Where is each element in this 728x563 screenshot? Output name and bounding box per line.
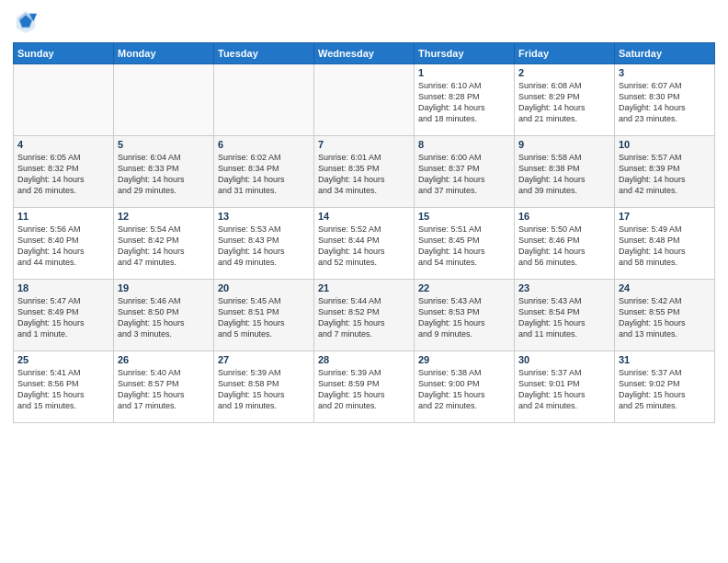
calendar-cell: 5Sunrise: 6:04 AM Sunset: 8:33 PM Daylig… bbox=[114, 136, 214, 208]
day-info: Sunrise: 5:54 AM Sunset: 8:42 PM Dayligh… bbox=[118, 224, 210, 269]
day-info: Sunrise: 5:39 AM Sunset: 8:58 PM Dayligh… bbox=[218, 367, 310, 412]
calendar-table: SundayMondayTuesdayWednesdayThursdayFrid… bbox=[13, 42, 715, 423]
day-info: Sunrise: 6:07 AM Sunset: 8:30 PM Dayligh… bbox=[619, 80, 711, 125]
day-info: Sunrise: 5:40 AM Sunset: 8:57 PM Dayligh… bbox=[118, 367, 210, 412]
day-info: Sunrise: 5:56 AM Sunset: 8:40 PM Dayligh… bbox=[17, 224, 109, 269]
day-info: Sunrise: 6:04 AM Sunset: 8:33 PM Dayligh… bbox=[118, 152, 210, 197]
day-number: 6 bbox=[218, 139, 310, 150]
calendar-cell: 17Sunrise: 5:49 AM Sunset: 8:48 PM Dayli… bbox=[615, 208, 715, 280]
day-info: Sunrise: 5:52 AM Sunset: 8:44 PM Dayligh… bbox=[318, 224, 410, 269]
day-number: 10 bbox=[619, 139, 711, 150]
day-info: Sunrise: 5:38 AM Sunset: 9:00 PM Dayligh… bbox=[418, 367, 510, 412]
calendar-cell: 31Sunrise: 5:37 AM Sunset: 9:02 PM Dayli… bbox=[615, 351, 715, 423]
day-info: Sunrise: 5:49 AM Sunset: 8:48 PM Dayligh… bbox=[619, 224, 711, 269]
week-row-4: 18Sunrise: 5:47 AM Sunset: 8:49 PM Dayli… bbox=[14, 280, 715, 351]
calendar-cell: 2Sunrise: 6:08 AM Sunset: 8:29 PM Daylig… bbox=[515, 64, 615, 136]
day-info: Sunrise: 5:47 AM Sunset: 8:49 PM Dayligh… bbox=[17, 295, 109, 340]
day-info: Sunrise: 5:57 AM Sunset: 8:39 PM Dayligh… bbox=[619, 152, 711, 197]
day-info: Sunrise: 5:53 AM Sunset: 8:43 PM Dayligh… bbox=[218, 224, 310, 269]
weekday-header-wednesday: Wednesday bbox=[314, 43, 415, 64]
day-number: 11 bbox=[17, 211, 109, 222]
calendar-cell: 1Sunrise: 6:10 AM Sunset: 8:28 PM Daylig… bbox=[415, 64, 515, 136]
calendar-cell: 25Sunrise: 5:41 AM Sunset: 8:56 PM Dayli… bbox=[14, 351, 114, 423]
day-number: 7 bbox=[318, 139, 410, 150]
day-number: 19 bbox=[118, 282, 210, 293]
day-info: Sunrise: 5:37 AM Sunset: 9:02 PM Dayligh… bbox=[619, 367, 711, 412]
page-container: SundayMondayTuesdayWednesdayThursdayFrid… bbox=[0, 0, 728, 431]
calendar-cell: 27Sunrise: 5:39 AM Sunset: 8:58 PM Dayli… bbox=[214, 351, 314, 423]
calendar-cell: 6Sunrise: 6:02 AM Sunset: 8:34 PM Daylig… bbox=[214, 136, 314, 208]
calendar-cell: 20Sunrise: 5:45 AM Sunset: 8:51 PM Dayli… bbox=[214, 280, 314, 351]
day-number: 26 bbox=[118, 354, 210, 365]
day-info: Sunrise: 5:43 AM Sunset: 8:54 PM Dayligh… bbox=[518, 295, 610, 340]
day-info: Sunrise: 5:37 AM Sunset: 9:01 PM Dayligh… bbox=[518, 367, 610, 412]
calendar-cell: 26Sunrise: 5:40 AM Sunset: 8:57 PM Dayli… bbox=[114, 351, 214, 423]
day-number: 30 bbox=[518, 354, 610, 365]
day-number: 4 bbox=[17, 139, 109, 150]
calendar-cell: 14Sunrise: 5:52 AM Sunset: 8:44 PM Dayli… bbox=[314, 208, 415, 280]
calendar-cell bbox=[314, 64, 415, 136]
week-row-2: 4Sunrise: 6:05 AM Sunset: 8:32 PM Daylig… bbox=[14, 136, 715, 208]
day-info: Sunrise: 6:01 AM Sunset: 8:35 PM Dayligh… bbox=[318, 152, 410, 197]
day-info: Sunrise: 5:46 AM Sunset: 8:50 PM Dayligh… bbox=[118, 295, 210, 340]
weekday-header-monday: Monday bbox=[114, 43, 214, 64]
day-info: Sunrise: 5:42 AM Sunset: 8:55 PM Dayligh… bbox=[619, 295, 711, 340]
day-number: 29 bbox=[418, 354, 510, 365]
calendar-cell: 23Sunrise: 5:43 AM Sunset: 8:54 PM Dayli… bbox=[515, 280, 615, 351]
calendar-cell: 19Sunrise: 5:46 AM Sunset: 8:50 PM Dayli… bbox=[114, 280, 214, 351]
calendar-cell: 9Sunrise: 5:58 AM Sunset: 8:38 PM Daylig… bbox=[515, 136, 615, 208]
day-number: 12 bbox=[118, 211, 210, 222]
weekday-header-row: SundayMondayTuesdayWednesdayThursdayFrid… bbox=[14, 43, 715, 64]
header bbox=[13, 9, 715, 35]
day-number: 15 bbox=[418, 211, 510, 222]
day-info: Sunrise: 5:45 AM Sunset: 8:51 PM Dayligh… bbox=[218, 295, 310, 340]
calendar-cell: 8Sunrise: 6:00 AM Sunset: 8:37 PM Daylig… bbox=[415, 136, 515, 208]
weekday-header-thursday: Thursday bbox=[415, 43, 515, 64]
calendar-cell: 16Sunrise: 5:50 AM Sunset: 8:46 PM Dayli… bbox=[515, 208, 615, 280]
week-row-3: 11Sunrise: 5:56 AM Sunset: 8:40 PM Dayli… bbox=[14, 208, 715, 280]
calendar-body: 1Sunrise: 6:10 AM Sunset: 8:28 PM Daylig… bbox=[14, 64, 715, 423]
calendar-cell: 22Sunrise: 5:43 AM Sunset: 8:53 PM Dayli… bbox=[415, 280, 515, 351]
day-number: 13 bbox=[218, 211, 310, 222]
day-number: 22 bbox=[418, 282, 510, 293]
day-number: 25 bbox=[17, 354, 109, 365]
week-row-5: 25Sunrise: 5:41 AM Sunset: 8:56 PM Dayli… bbox=[14, 351, 715, 423]
calendar-cell: 12Sunrise: 5:54 AM Sunset: 8:42 PM Dayli… bbox=[114, 208, 214, 280]
calendar-cell: 24Sunrise: 5:42 AM Sunset: 8:55 PM Dayli… bbox=[615, 280, 715, 351]
day-number: 9 bbox=[518, 139, 610, 150]
day-number: 18 bbox=[17, 282, 109, 293]
calendar-cell: 28Sunrise: 5:39 AM Sunset: 8:59 PM Dayli… bbox=[314, 351, 415, 423]
day-number: 27 bbox=[218, 354, 310, 365]
calendar-cell: 4Sunrise: 6:05 AM Sunset: 8:32 PM Daylig… bbox=[14, 136, 114, 208]
day-info: Sunrise: 6:02 AM Sunset: 8:34 PM Dayligh… bbox=[218, 152, 310, 197]
day-number: 21 bbox=[318, 282, 410, 293]
day-number: 20 bbox=[218, 282, 310, 293]
day-number: 31 bbox=[619, 354, 711, 365]
day-number: 5 bbox=[118, 139, 210, 150]
calendar-cell: 11Sunrise: 5:56 AM Sunset: 8:40 PM Dayli… bbox=[14, 208, 114, 280]
day-number: 16 bbox=[518, 211, 610, 222]
day-info: Sunrise: 5:51 AM Sunset: 8:45 PM Dayligh… bbox=[418, 224, 510, 269]
day-info: Sunrise: 5:44 AM Sunset: 8:52 PM Dayligh… bbox=[318, 295, 410, 340]
weekday-header-saturday: Saturday bbox=[615, 43, 715, 64]
day-number: 8 bbox=[418, 139, 510, 150]
day-number: 24 bbox=[619, 282, 711, 293]
calendar-cell bbox=[14, 64, 114, 136]
calendar-cell: 3Sunrise: 6:07 AM Sunset: 8:30 PM Daylig… bbox=[615, 64, 715, 136]
week-row-1: 1Sunrise: 6:10 AM Sunset: 8:28 PM Daylig… bbox=[14, 64, 715, 136]
calendar-cell: 18Sunrise: 5:47 AM Sunset: 8:49 PM Dayli… bbox=[14, 280, 114, 351]
calendar-cell: 13Sunrise: 5:53 AM Sunset: 8:43 PM Dayli… bbox=[214, 208, 314, 280]
day-number: 14 bbox=[318, 211, 410, 222]
day-number: 2 bbox=[518, 67, 610, 78]
day-number: 1 bbox=[418, 67, 510, 78]
day-info: Sunrise: 6:10 AM Sunset: 8:28 PM Dayligh… bbox=[418, 80, 510, 125]
day-info: Sunrise: 5:39 AM Sunset: 8:59 PM Dayligh… bbox=[318, 367, 410, 412]
calendar-cell bbox=[214, 64, 314, 136]
day-info: Sunrise: 5:43 AM Sunset: 8:53 PM Dayligh… bbox=[418, 295, 510, 340]
calendar-cell: 30Sunrise: 5:37 AM Sunset: 9:01 PM Dayli… bbox=[515, 351, 615, 423]
day-info: Sunrise: 5:50 AM Sunset: 8:46 PM Dayligh… bbox=[518, 224, 610, 269]
calendar-cell: 15Sunrise: 5:51 AM Sunset: 8:45 PM Dayli… bbox=[415, 208, 515, 280]
day-info: Sunrise: 5:58 AM Sunset: 8:38 PM Dayligh… bbox=[518, 152, 610, 197]
day-number: 17 bbox=[619, 211, 711, 222]
weekday-header-tuesday: Tuesday bbox=[214, 43, 314, 64]
